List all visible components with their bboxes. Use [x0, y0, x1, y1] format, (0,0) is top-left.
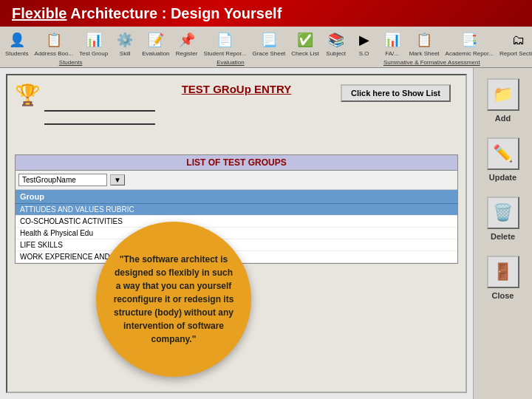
toolbar-address[interactable]: 📋 Address Boo... — [33, 28, 75, 58]
speech-bubble: "The software architect is designed so f… — [96, 222, 251, 377]
so-icon: ▶ — [354, 30, 375, 50]
skill-icon: ⚙️ — [115, 30, 135, 50]
add-label: Add — [495, 114, 511, 123]
delete-icon: 🗑️ — [487, 197, 519, 229]
toolbar-student-report[interactable]: 📄 Student Repor... — [202, 28, 249, 58]
entry-lines — [44, 101, 458, 125]
fa-icon: 📊 — [382, 30, 403, 50]
close-label: Close — [492, 291, 514, 300]
toolbar-students[interactable]: 👤 Students — [3, 28, 31, 58]
toolbar-so[interactable]: ▶ S.O — [351, 28, 378, 58]
update-button[interactable]: ✏️ Update — [480, 134, 527, 185]
title-flexible: Flexible — [12, 5, 66, 21]
toolbar-evaluation[interactable]: 📝 Evaluation — [140, 28, 171, 58]
title-bar: Flexible Architecture : Design Yourself — [0, 0, 532, 27]
toolbar-acad-report[interactable]: 📑 Academic Repor... — [443, 28, 496, 58]
toolbar-section-students: 👤 Students 📋 Address Boo... 📊 Test Group… — [3, 28, 138, 66]
entry-line-2 — [44, 115, 155, 125]
entry-line-1 — [44, 101, 155, 112]
trophy-icon: 🏆 — [15, 83, 41, 107]
filter-row: ▼ — [16, 171, 457, 190]
toolbar-checklist[interactable]: ✅ Check List — [289, 28, 321, 58]
title-rest: Architecture : Design Yourself — [66, 5, 282, 21]
summative-section-label: Summative & Formative Assessment — [383, 59, 480, 66]
delete-button[interactable]: 🗑️ Delete — [480, 194, 527, 244]
toolbar-skill[interactable]: ⚙️ Skill — [112, 28, 138, 58]
table-header: Group — [16, 190, 457, 204]
right-panel: 📁 Add ✏️ Update 🗑️ Delete 🚪 Close — [473, 68, 532, 399]
close-button[interactable]: 🚪 Close — [480, 253, 527, 303]
list-title: LIST OF TEST GROUPS — [16, 155, 457, 171]
grace-sheet-icon: 📃 — [259, 30, 279, 50]
table-row[interactable]: CO-SCHOLASTIC ACTIVITIES — [16, 216, 457, 228]
acad-report-icon: 📑 — [459, 30, 480, 50]
students-icon: 👤 — [7, 30, 27, 50]
close-icon: 🚪 — [487, 256, 519, 288]
students-section-label: Students — [59, 59, 83, 66]
rep-section-icon: 🗂 — [508, 30, 529, 50]
toolbar-testgroup[interactable]: 📊 Test Group — [77, 28, 110, 58]
toolbar-rep-section[interactable]: 🗂 Report Section — [497, 28, 532, 58]
filter-button[interactable]: ▼ — [110, 174, 125, 185]
marksheet-icon: 📋 — [414, 30, 434, 50]
toolbar-section-summative: 📚 Subject ▶ S.O 📊 FA/... 📋 Mark Sheet 📑 … — [323, 28, 532, 66]
student-report-icon: 📄 — [214, 30, 235, 50]
main-content: 🏆 TEST GRoUp ENTRY Click here to Show Li… — [0, 68, 532, 399]
address-icon: 📋 — [44, 30, 64, 50]
toolbar-marksheet[interactable]: 📋 Mark Sheet — [407, 28, 442, 58]
table-row[interactable]: LIFE SKILLS — [16, 239, 457, 251]
add-icon: 📁 — [487, 78, 519, 111]
toolbar-subject[interactable]: 📚 Subject — [323, 28, 349, 58]
evaluation-section-label: Evaluation — [216, 59, 244, 66]
show-list-button[interactable]: Click here to Show List — [341, 84, 451, 102]
test-groups-list: LIST OF TEST GROUPS ▼ Group ATTIUDES AND… — [15, 154, 458, 264]
app-title: Flexible Architecture : Design Yourself — [12, 5, 282, 22]
update-icon: ✏️ — [487, 137, 519, 170]
table-row[interactable]: Health & Physical Edu — [16, 228, 457, 239]
toolbar: 👤 Students 📋 Address Boo... 📊 Test Group… — [0, 27, 532, 68]
checklist-icon: ✅ — [295, 30, 316, 50]
delete-label: Delete — [491, 232, 515, 241]
toolbar-fa[interactable]: 📊 FA/... — [379, 28, 406, 58]
add-button[interactable]: 📁 Add — [480, 75, 527, 126]
subject-icon: 📚 — [326, 30, 347, 50]
table-row[interactable]: ATTIUDES AND VALUES RUBRIC — [16, 204, 457, 216]
filter-input[interactable] — [18, 174, 107, 186]
left-panel: 🏆 TEST GRoUp ENTRY Click here to Show Li… — [6, 74, 467, 393]
toolbar-section-evaluation: 📝 Evaluation 📌 Register 📄 Student Repor.… — [140, 28, 321, 66]
update-label: Update — [489, 173, 516, 182]
evaluation-icon: 📝 — [146, 30, 166, 50]
toolbar-register[interactable]: 📌 Register — [174, 28, 200, 58]
register-icon: 📌 — [177, 30, 197, 50]
testgroup-icon: 📊 — [83, 30, 104, 50]
toolbar-grace-sheet[interactable]: 📃 Grace Sheet — [250, 28, 287, 58]
